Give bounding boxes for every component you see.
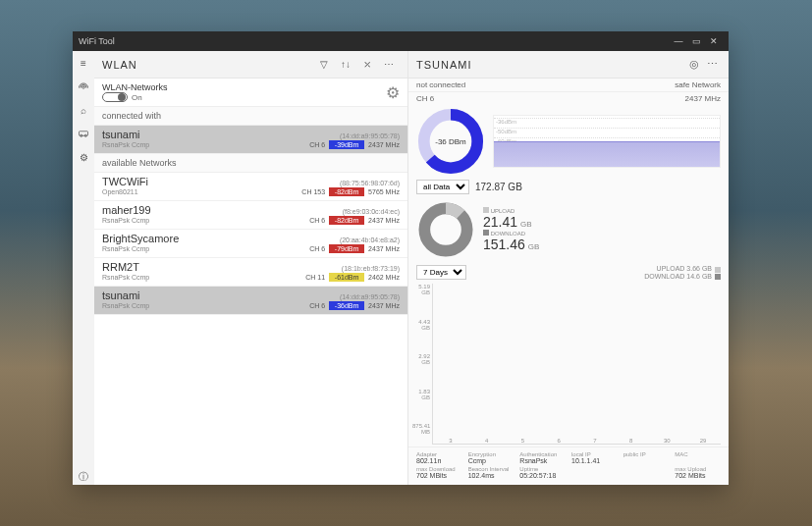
bar-column: 8 [616, 437, 647, 444]
minimize-button[interactable]: — [670, 36, 687, 46]
status-row: not connected safe Network [408, 79, 729, 92]
network-name: TWCWiFi [102, 176, 340, 187]
network-name: tsunami [102, 129, 340, 140]
app-title: WiFi Tool [79, 36, 670, 46]
data-range-select[interactable]: all Data [416, 180, 469, 194]
bar-x-label: 8 [629, 438, 632, 444]
signal-gauge: -36 DBm [416, 107, 485, 176]
clear-icon[interactable]: ⤫ [356, 59, 378, 70]
left-header-title: WLAN [102, 59, 313, 71]
close-button[interactable]: ✕ [705, 36, 723, 46]
wlan-label: WLAN-Networks [102, 82, 386, 92]
detail-more-icon[interactable]: ⋯ [703, 58, 721, 71]
network-mac: (20:aa:4b:04:e8:a2) [340, 237, 400, 243]
network-freq: 2437 MHz [368, 217, 400, 224]
v-localip: 10.1.1.41 [571, 457, 618, 464]
section-available-label: available Networks [102, 158, 177, 168]
network-mac: (14:dd:a9:95:05:78) [340, 132, 400, 139]
bar-x-label: 30 [664, 438, 671, 444]
gauge-value: -36 DBm [416, 107, 485, 176]
sort-icon[interactable]: ↑↓ [335, 59, 356, 70]
filter-icon[interactable]: ▽ [313, 59, 335, 70]
svg-point-0 [82, 87, 84, 89]
section-available: available Networks [94, 154, 407, 173]
network-security: Open80211 [102, 188, 301, 195]
period-controls: 7 Days UPLOAD 3.66 GB DOWNLOAD 14.6 GB [408, 263, 729, 282]
v-maxup: 702 MBits [675, 472, 721, 479]
upload-unit: GB [520, 220, 532, 229]
bar-legend: UPLOAD 3.66 GB DOWNLOAD 14.6 GB [644, 265, 721, 279]
bar-column: 29 [687, 437, 719, 444]
status-right: safe Network [675, 80, 721, 89]
tag-icon[interactable]: ◎ [685, 58, 703, 71]
network-mac: (88:75:56:98:07:6d) [340, 180, 400, 186]
v-maxdown: 702 MBits [416, 472, 462, 479]
detail-grid: Adapter802.11n EncryptionCcmp Authentica… [408, 447, 729, 485]
settings-icon[interactable]: ⚙ [76, 149, 91, 165]
wlan-toggle-state: On [132, 93, 142, 102]
bar-column: 4 [471, 437, 503, 444]
network-row[interactable]: maher199(f8:e9:03:0c:d4:ec)RsnaPsk CcmpC… [94, 201, 407, 230]
network-name: tsunami [102, 289, 340, 301]
more-icon[interactable]: ⋯ [378, 59, 400, 70]
menu-icon[interactable]: ≡ [76, 55, 91, 71]
right-header: TSUNAMI ◎ ⋯ [408, 51, 729, 79]
v-auth: RsnaPsk [519, 457, 566, 464]
network-channel: CH 6 [309, 245, 325, 252]
network-signal: -61dBm [329, 273, 364, 282]
network-signal: -82dBm [329, 187, 364, 196]
v-encryption: Ccmp [468, 457, 514, 464]
detail-channel: CH 6 [416, 94, 685, 103]
network-mac: (14:dd:a9:95:05:78) [340, 293, 400, 300]
maximize-button[interactable]: ▭ [687, 36, 705, 46]
sidebar: ≡ ⌕ ⚙ ⓘ [73, 51, 94, 485]
network-signal: -39dBm [329, 140, 364, 149]
bar-plot: 3456783029 [432, 284, 721, 445]
scan-icon[interactable]: ⌕ [76, 102, 91, 118]
network-mac: (f8:e9:03:0c:d4:ec) [343, 208, 400, 215]
usage-bar-chart: 5.19 GB4.43 GB2.92 GB1.83 GB875.41 MB 34… [408, 282, 729, 447]
info-icon[interactable]: ⓘ [76, 469, 91, 485]
network-row[interactable]: tsunami(14:dd:a9:95:05:78)RsnaPsk CcmpCH… [94, 287, 407, 315]
network-freq: 2437 MHz [368, 141, 400, 148]
wlan-toggle[interactable] [102, 92, 128, 102]
network-row[interactable]: tsunami(14:dd:a9:95:05:78)RsnaPsk CcmpCH… [94, 126, 407, 154]
legend-download: DOWNLOAD 14.6 GB [644, 273, 712, 280]
network-security: RsnaPsk Ccmp [102, 217, 309, 224]
signal-sparkline: -36dBm -50dBm -60dBm -70dBm -80dBm [493, 115, 721, 168]
app-window: WiFi Tool — ▭ ✕ ≡ ⌕ ⚙ ⓘ WLAN ▽ ↑↓ ⤫ [73, 31, 729, 485]
bar-x-label: 5 [521, 438, 524, 444]
wlan-settings-icon[interactable]: ⚙ [386, 83, 400, 102]
status-left: not connected [416, 80, 465, 89]
bar-x-label: 29 [700, 438, 707, 444]
bar-column: 5 [508, 437, 539, 444]
section-connected-label: connected with [102, 111, 161, 121]
detail-title: TSUNAMI [416, 59, 685, 71]
network-signal: -82dBm [329, 216, 364, 225]
bar-column: 6 [543, 437, 574, 444]
network-row[interactable]: RRM2T(18:1b:eb:f8:73:19)RsnaPsk CcmpCH 1… [94, 258, 407, 287]
network-security: RsnaPsk Ccmp [102, 141, 309, 148]
data-donut [416, 200, 475, 259]
network-channel: CH 153 [301, 188, 325, 195]
detail-freq: 2437 MHz [685, 94, 721, 103]
v-adapter: 802.11n [416, 457, 462, 464]
diagnose-icon[interactable] [76, 126, 91, 141]
network-channel: CH 6 [309, 302, 325, 309]
network-signal: -79dBm [329, 244, 364, 253]
network-channel: CH 6 [309, 217, 325, 224]
bar-x-label: 4 [485, 438, 488, 444]
bar-column: 7 [579, 437, 611, 444]
signal-charts: -36 DBm -36dBm -50dBm -60dBm -70dBm -80d… [408, 105, 729, 178]
bar-x-label: 7 [593, 438, 596, 444]
network-freq: 5765 MHz [368, 188, 400, 195]
network-channel: CH 6 [309, 141, 325, 148]
donut-row: UPLOAD 21.41GB DOWNLOAD 151.46GB [408, 196, 729, 263]
v-beacon: 102.4ms [468, 472, 514, 479]
bar-x-label: 3 [449, 438, 452, 444]
network-row[interactable]: BrightSycamore(20:aa:4b:04:e8:a2)RsnaPsk… [94, 230, 407, 258]
period-select[interactable]: 7 Days [416, 265, 466, 280]
network-row[interactable]: TWCWiFi(88:75:56:98:07:6d)Open80211CH 15… [94, 173, 407, 201]
bar-x-label: 6 [557, 438, 560, 444]
signal-icon[interactable] [76, 79, 91, 94]
